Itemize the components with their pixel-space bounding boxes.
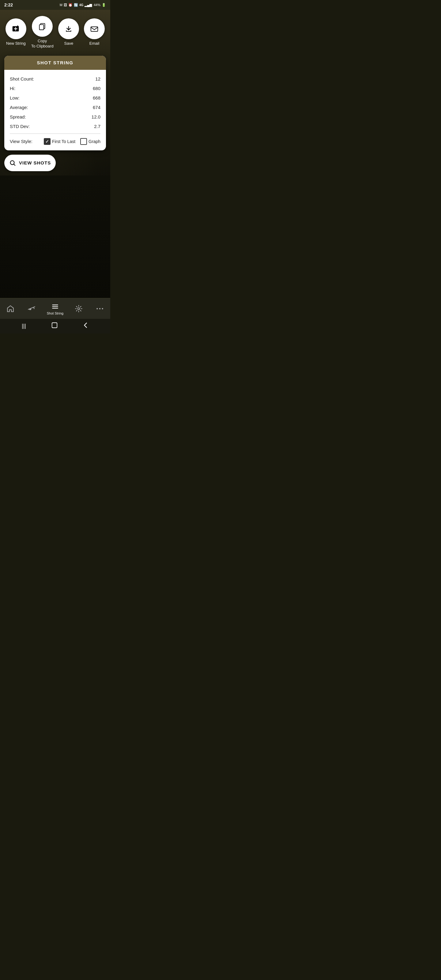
graph-checkbox[interactable]: Graph (80, 138, 100, 145)
graph-checkbox-box (80, 138, 87, 145)
svg-rect-4 (40, 24, 44, 30)
card-header: SHOT STRING (4, 56, 106, 70)
status-icons: M 🖼 ⏰ 🔄 4G ▂▄▆ 44% 🔋 (60, 3, 106, 7)
svg-point-15 (78, 308, 80, 310)
copy-icon (38, 22, 47, 31)
spread-label: Spread: (10, 114, 26, 119)
nav-shot-string-button[interactable]: Shot String (45, 301, 66, 317)
email-icon (90, 24, 99, 33)
average-row: Average: 674 (10, 103, 100, 112)
svg-point-16 (97, 308, 98, 309)
save-button[interactable]: Save (57, 17, 80, 48)
nav-shot-string-label: Shot String (47, 312, 64, 315)
sync-icon: 🔄 (74, 3, 78, 7)
card-body: Shot Count: 12 Hi: 680 Low: 668 Average:… (4, 70, 106, 150)
shot-count-label: Shot Count: (10, 76, 34, 81)
shot-string-card: SHOT STRING Shot Count: 12 Hi: 680 Low: … (4, 56, 106, 150)
view-style-label: View Style: (10, 139, 32, 144)
svg-rect-11 (29, 309, 32, 310)
nav-home-button[interactable] (2, 304, 19, 314)
email-button[interactable]: Email (83, 17, 106, 48)
hi-value: 680 (93, 86, 100, 91)
shot-string-icon (51, 302, 59, 310)
copy-clipboard-circle (32, 16, 53, 37)
system-home-icon (51, 322, 58, 329)
save-label: Save (64, 41, 73, 46)
svg-line-8 (14, 164, 15, 165)
nav-more-button[interactable] (91, 305, 108, 312)
image-icon: 🖼 (64, 3, 67, 7)
dark-background-section (0, 175, 110, 298)
home-icon (6, 305, 14, 313)
system-menu-button[interactable]: ||| (18, 321, 30, 331)
first-to-last-checkbox[interactable]: ✓ First To Last (44, 138, 75, 145)
gmail-icon: M (60, 3, 62, 7)
status-bar: 2:22 M 🖼 ⏰ 🔄 4G ▂▄▆ 44% 🔋 (0, 0, 110, 10)
std-dev-label: STD Dev: (10, 124, 30, 129)
svg-point-18 (102, 308, 103, 309)
svg-point-17 (99, 308, 100, 309)
spread-row: Spread: 12.0 (10, 112, 100, 122)
bottom-nav: Shot String (0, 298, 110, 319)
status-time: 2:22 (4, 2, 13, 7)
checkbox-group: ✓ First To Last Graph (44, 138, 100, 145)
main-background: New String CopyTo Clipboard (0, 10, 110, 298)
system-nav-bar: ||| (0, 319, 110, 334)
search-icon (9, 159, 16, 166)
std-dev-value: 2.7 (94, 124, 100, 129)
save-circle (58, 18, 79, 39)
graph-label: Graph (89, 139, 100, 144)
spread-value: 12.0 (92, 114, 100, 119)
first-to-last-label: First To Last (52, 139, 75, 144)
system-home-button[interactable] (48, 321, 62, 331)
hi-label: Hi: (10, 86, 15, 91)
system-back-icon (83, 322, 89, 329)
average-label: Average: (10, 105, 28, 110)
average-value: 674 (93, 105, 100, 110)
copy-clipboard-label: CopyTo Clipboard (31, 38, 54, 49)
battery-indicator: 44% (94, 3, 100, 7)
new-string-circle (5, 18, 26, 39)
battery-icon: 🔋 (102, 3, 106, 7)
view-shots-label: VIEW SHOTS (19, 160, 51, 165)
low-row: Low: 668 (10, 93, 100, 103)
hi-row: Hi: 680 (10, 84, 100, 93)
first-to-last-checkbox-box: ✓ (44, 138, 51, 145)
card-header-text: SHOT STRING (37, 60, 73, 65)
new-string-icon (11, 24, 21, 33)
svg-rect-19 (52, 323, 57, 328)
view-style-row: View Style: ✓ First To Last Graph (10, 136, 100, 146)
menu-lines-icon: ||| (22, 323, 26, 329)
settings-icon (75, 305, 83, 313)
shot-count-value: 12 (95, 76, 100, 81)
more-icon (96, 307, 104, 311)
copy-clipboard-button[interactable]: CopyTo Clipboard (30, 15, 55, 50)
save-icon (64, 24, 73, 33)
rifle-icon (27, 305, 35, 313)
nav-rifle-button[interactable] (23, 304, 40, 314)
low-value: 668 (93, 95, 100, 100)
new-string-label: New String (6, 41, 26, 46)
shot-count-row: Shot Count: 12 (10, 74, 100, 84)
checkmark-icon: ✓ (45, 139, 49, 144)
signal-icon: ▂▄▆ (84, 3, 92, 7)
email-circle (84, 18, 105, 39)
svg-rect-6 (91, 27, 98, 32)
system-back-button[interactable] (79, 321, 92, 331)
nav-settings-button[interactable] (70, 304, 87, 314)
view-shots-button[interactable]: VIEW SHOTS (4, 155, 56, 171)
card-divider (10, 134, 100, 134)
alarm-icon: ⏰ (68, 3, 73, 7)
4g-icon: 4G (79, 3, 83, 7)
new-string-button[interactable]: New String (4, 17, 27, 48)
std-dev-row: STD Dev: 2.7 (10, 122, 100, 131)
action-buttons-row: New String CopyTo Clipboard (0, 10, 110, 53)
low-label: Low: (10, 95, 20, 100)
email-label: Email (89, 41, 100, 46)
svg-line-10 (34, 307, 34, 309)
